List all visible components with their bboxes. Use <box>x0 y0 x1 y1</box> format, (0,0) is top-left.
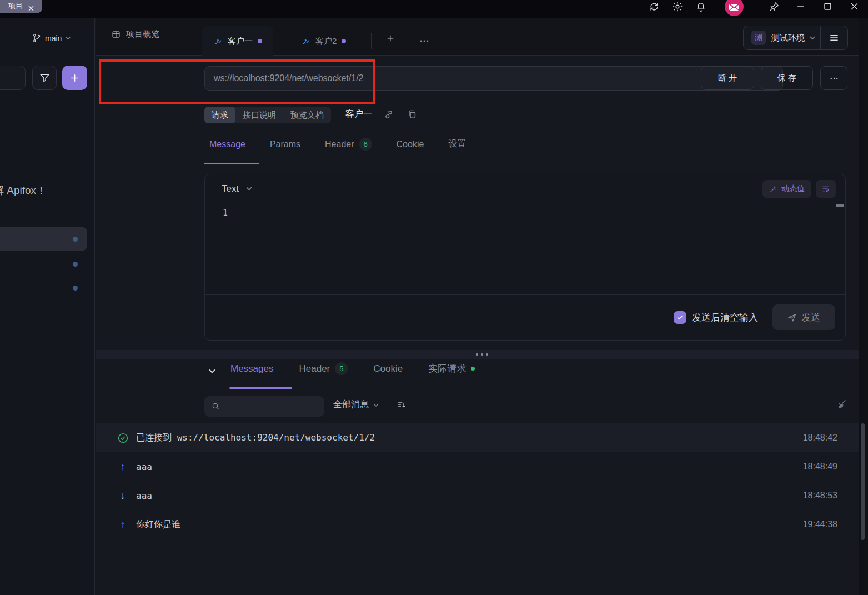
panel-resize-handle[interactable] <box>96 350 868 359</box>
send-label: 发送 <box>802 311 821 324</box>
ellipsis-icon <box>829 73 839 83</box>
link-icon[interactable] <box>383 109 394 120</box>
tab-params[interactable]: Params <box>270 139 300 149</box>
message-search-input[interactable] <box>204 396 324 417</box>
doc-nav-preview-label: 预览文档 <box>290 110 324 121</box>
avatar[interactable] <box>724 0 744 17</box>
dynamic-value-label: 动态值 <box>781 184 805 194</box>
save-label: 保 存 <box>777 73 796 83</box>
word-wrap-button[interactable] <box>816 180 836 198</box>
environment-selector[interactable]: 测 测试环境 <box>743 26 848 50</box>
dynamic-value-button[interactable]: 动态值 <box>762 180 811 198</box>
tab-message[interactable]: Message <box>209 139 245 149</box>
close-window-icon[interactable] <box>849 1 860 12</box>
env-label: 测试环境 <box>771 33 805 43</box>
disconnect-label: 断 开 <box>718 73 737 83</box>
filter-icon <box>39 72 51 84</box>
hamburger-menu-icon[interactable] <box>821 32 847 43</box>
tab-header[interactable]: Header 6 <box>325 138 372 151</box>
message-time: 19:44:38 <box>803 519 837 529</box>
more-actions-button[interactable] <box>820 66 847 90</box>
tab-response-header[interactable]: Header 5 <box>299 362 348 375</box>
chevron-down-icon <box>373 402 379 408</box>
tab-cookie[interactable]: Cookie <box>397 139 424 149</box>
gear-icon[interactable] <box>672 1 683 12</box>
clear-messages-icon[interactable] <box>836 398 847 410</box>
message-row[interactable]: ↓ aaa 18:48:53 <box>96 481 859 510</box>
header-count-badge: 6 <box>359 138 372 151</box>
connected-check-icon <box>117 432 129 444</box>
message-row[interactable]: 已连接到 ws://localhost:9204/net/websocket/1… <box>96 423 859 452</box>
editor-scrollbar-thumb[interactable] <box>836 204 844 207</box>
sent-arrow-icon: ↑ <box>117 519 129 531</box>
promo-text: 解 Apifox！ <box>0 183 47 198</box>
project-window-tab[interactable]: 项目 <box>0 0 42 13</box>
message-text: aaa <box>136 462 152 472</box>
editor-scrollbar[interactable] <box>835 203 845 295</box>
editor-textarea[interactable]: 1 <box>205 203 845 295</box>
pin-icon[interactable] <box>769 1 780 12</box>
word-wrap-icon <box>821 184 830 193</box>
editor-mode-select[interactable]: Text <box>222 183 253 194</box>
unsaved-dot <box>258 39 262 43</box>
send-button[interactable]: 发送 <box>772 304 835 330</box>
message-time: 18:48:49 <box>803 462 837 472</box>
filter-button[interactable] <box>32 66 57 90</box>
tab-header-label: Header <box>325 139 354 149</box>
tab-strip: 项目概览 客户一 客户2 测 测试环境 <box>96 18 868 56</box>
tab-actual-request-label: 实际请求 <box>428 362 466 375</box>
doc-nav-preview[interactable]: 预览文档 <box>283 107 331 123</box>
bell-icon[interactable] <box>695 1 706 12</box>
doc-nav-request-label: 请求 <box>212 110 228 121</box>
sidebar-search-input[interactable] <box>0 66 26 90</box>
message-row[interactable]: ↑ aaa 18:48:49 <box>96 452 859 481</box>
disconnect-button[interactable]: 断 开 <box>701 66 754 90</box>
websocket-url-value: ws://localhost:9204/net/websocket/1/2 <box>214 73 364 83</box>
sort-messages-icon[interactable] <box>397 399 407 410</box>
message-filter-select[interactable]: 全部消息 <box>333 399 379 411</box>
tab-response-cookie[interactable]: Cookie <box>373 363 403 374</box>
collapse-panel-icon[interactable] <box>208 367 217 376</box>
clear-after-send-checkbox[interactable] <box>674 311 686 324</box>
minimize-icon[interactable] <box>795 1 806 12</box>
branch-selector[interactable]: main <box>32 33 71 43</box>
new-tab-icon[interactable] <box>385 33 395 43</box>
tab-response-header-label: Header <box>299 363 330 374</box>
project-overview-icon <box>111 29 121 39</box>
messages-scrollbar[interactable] <box>861 423 865 540</box>
websocket-url-input[interactable]: ws://localhost:9204/net/websocket/1/2 <box>204 66 783 91</box>
tab-actual-request[interactable]: 实际请求 <box>428 362 475 375</box>
add-button[interactable] <box>62 66 87 90</box>
tab-message-label: Message <box>209 139 245 149</box>
sync-icon[interactable] <box>649 1 660 12</box>
tab-client-1[interactable]: 客户一 <box>202 26 273 56</box>
tab-client-2-label: 客户2 <box>315 36 337 47</box>
message-row[interactable]: ↑ 你好你是谁 19:44:38 <box>96 510 859 539</box>
active-response-tab-underline <box>229 387 292 389</box>
sidebar-item-dot <box>73 262 78 267</box>
message-text: 你好你是谁 <box>136 519 180 531</box>
project-overview-label: 项目概览 <box>126 29 159 39</box>
project-tab-label: 项目 <box>8 1 23 11</box>
close-tab-icon[interactable] <box>28 6 34 11</box>
tab-client-2[interactable]: 客户2 <box>290 26 357 56</box>
tab-more-icon[interactable] <box>419 36 430 47</box>
message-editor: Text 动态值 1 发送后清空输入 <box>204 174 846 341</box>
message-text: ws://localhost:9204/net/websocket/1/2 <box>177 432 375 443</box>
tab-messages[interactable]: Messages <box>230 363 273 374</box>
websocket-icon <box>301 37 310 46</box>
maximize-icon[interactable] <box>822 1 833 12</box>
tab-project-overview[interactable]: 项目概览 <box>111 29 159 39</box>
doc-nav-request[interactable]: 请求 <box>204 107 235 123</box>
branch-icon <box>32 33 42 43</box>
unsaved-dot <box>342 39 346 43</box>
doc-nav-api-doc[interactable]: 接口说明 <box>235 107 283 123</box>
tab-settings[interactable]: 设置 <box>448 138 466 150</box>
tab-messages-label: Messages <box>230 363 273 374</box>
doc-nav: 请求 接口说明 预览文档 <box>204 107 331 123</box>
chevron-down-icon <box>65 35 71 41</box>
message-time: 18:48:53 <box>803 491 837 501</box>
save-button[interactable]: 保 存 <box>761 66 813 90</box>
copy-icon[interactable] <box>407 109 418 120</box>
tab-cookie-label: Cookie <box>397 139 424 149</box>
